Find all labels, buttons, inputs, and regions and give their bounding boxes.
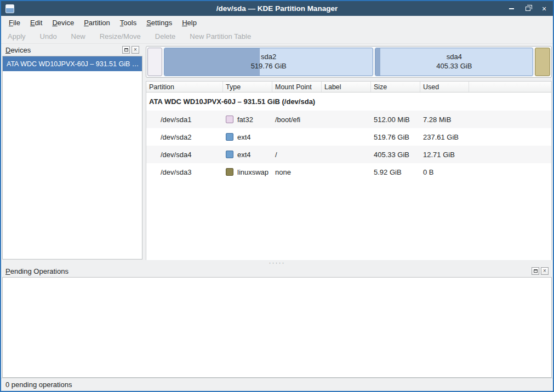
size-cell: 405.33 GiB — [371, 151, 420, 159]
statusbar: 0 pending operations — [1, 378, 553, 391]
apply-button[interactable]: Apply — [8, 32, 26, 41]
menu-device[interactable]: Device — [48, 17, 78, 28]
partition-segment-sda1[interactable] — [147, 48, 162, 76]
pending-operations-header: Pending Operations × — [1, 265, 553, 277]
partition-cell: /dev/sda4 — [146, 151, 223, 159]
table-row-sda4[interactable]: /dev/sda4 ext4 / 405.33 GiB 12.71 GiB — [146, 146, 551, 163]
new-button[interactable]: New — [71, 32, 85, 41]
used-space-fill — [375, 48, 380, 76]
column-header-label[interactable]: Label — [322, 82, 371, 92]
partition-segment-sda4[interactable]: sda4 405.33 GiB — [375, 48, 533, 76]
column-header-used[interactable]: Used — [420, 82, 469, 92]
used-cell: 12.71 GiB — [420, 151, 469, 159]
size-cell: 512.00 MiB — [371, 116, 420, 124]
toolbar: Apply Undo New Resize/Move Delete New Pa… — [1, 30, 553, 44]
close-button[interactable]: × — [540, 4, 549, 13]
column-header-size[interactable]: Size — [371, 82, 420, 92]
menu-partition[interactable]: Partition — [79, 17, 115, 28]
partition-segment-sda3[interactable] — [535, 48, 550, 76]
partition-segment-label: sda4 405.33 GiB — [436, 53, 472, 71]
menubar: File Edit Device Partition Tools Setting… — [1, 16, 553, 30]
fstype-color-swatch — [226, 116, 233, 123]
used-cell: 0 B — [420, 168, 469, 176]
type-cell: ext4 — [223, 133, 272, 141]
devices-close-button[interactable]: × — [132, 46, 139, 54]
splitter-handle-icon: ····· — [269, 262, 285, 264]
column-header-partition[interactable]: Partition — [146, 82, 223, 92]
fstype-color-swatch — [226, 133, 233, 141]
fstype-color-swatch — [226, 168, 233, 176]
partition-cell: /dev/sda1 — [146, 116, 223, 124]
menu-file[interactable]: File — [4, 17, 25, 28]
device-list-item[interactable]: ATA WDC WD10JPVX-60J – 931.51 GiB … — [3, 56, 142, 71]
menu-edit[interactable]: Edit — [26, 17, 47, 28]
size-cell: 519.76 GiB — [371, 133, 420, 141]
fstype-color-swatch — [226, 151, 233, 158]
table-row-sda1[interactable]: /dev/sda1 fat32 /boot/efi 512.00 MiB 7.2… — [146, 111, 551, 128]
column-header-filler — [469, 82, 551, 92]
close-icon: × — [134, 47, 137, 53]
type-cell: ext4 — [223, 151, 272, 159]
devices-panel: Devices × ATA WDC WD10JPVX-60J – 931.51 … — [1, 44, 144, 260]
partition-table-header: Partition Type Mount Point Label Size Us… — [146, 82, 551, 93]
used-cell: 7.28 MiB — [420, 116, 469, 124]
mount-point-cell: /boot/efi — [272, 116, 322, 124]
device-list: ATA WDC WD10JPVX-60J – 931.51 GiB … — [2, 56, 142, 260]
devices-panel-title: Devices — [5, 46, 31, 54]
new-partition-table-button[interactable]: New Partition Table — [190, 32, 251, 41]
menu-help[interactable]: Help — [178, 17, 201, 28]
pending-close-button[interactable]: × — [541, 267, 549, 275]
mount-point-cell: / — [272, 151, 322, 159]
partition-cell: /dev/sda3 — [146, 168, 223, 176]
close-icon: × — [542, 5, 546, 13]
type-cell: fat32 — [223, 116, 272, 124]
column-header-mount-point[interactable]: Mount Point — [272, 82, 322, 92]
devices-float-button[interactable] — [122, 46, 130, 54]
undo-button[interactable]: Undo — [40, 32, 57, 41]
close-icon: × — [543, 268, 546, 274]
titlebar: /dev/sda — KDE Partition Manager × — [1, 1, 553, 16]
table-row-sda2[interactable]: /dev/sda2 ext4 519.76 GiB 237.61 GiB — [146, 128, 551, 146]
fstype-label: ext4 — [237, 151, 251, 159]
pending-operations-list — [2, 277, 552, 378]
partition-segment-label: sda2 519.76 GiB — [251, 53, 287, 71]
minimize-icon — [509, 8, 514, 9]
menu-settings[interactable]: Settings — [142, 17, 176, 28]
float-icon — [534, 269, 538, 273]
app-window: /dev/sda — KDE Partition Manager × File … — [0, 0, 554, 392]
mount-point-cell: none — [272, 168, 322, 176]
pending-float-button[interactable] — [532, 267, 539, 275]
devices-panel-header: Devices × — [1, 44, 144, 56]
content-area: sda2 519.76 GiB sda4 405.33 GiB — [144, 44, 553, 260]
partition-cell: /dev/sda2 — [146, 133, 223, 141]
used-cell: 237.61 GiB — [420, 133, 469, 141]
maximize-button[interactable] — [523, 4, 532, 13]
restore-icon — [526, 7, 530, 11]
size-cell: 5.92 GiB — [371, 168, 420, 176]
column-header-type[interactable]: Type — [223, 82, 272, 92]
fstype-label: linuxswap — [237, 168, 269, 176]
type-cell: linuxswap — [223, 168, 272, 176]
pending-operations-title: Pending Operations — [5, 267, 68, 275]
fstype-label: fat32 — [237, 116, 253, 124]
horizontal-splitter[interactable]: ····· — [1, 260, 553, 265]
table-row-sda3[interactable]: /dev/sda3 linuxswap none 5.92 GiB 0 B — [146, 163, 551, 181]
partition-bar: sda2 519.76 GiB sda4 405.33 GiB — [146, 46, 552, 78]
partition-segment-sda2[interactable]: sda2 519.76 GiB — [164, 48, 373, 76]
pending-operations-count: 0 pending operations — [5, 381, 72, 389]
resize-move-button[interactable]: Resize/Move — [100, 32, 141, 41]
used-space-fill — [164, 48, 260, 76]
device-group-row[interactable]: ATA WDC WD10JPVX-60J – 931.51 GiB (/dev/… — [146, 93, 551, 111]
window-title: /dev/sda — KDE Partition Manager — [1, 4, 553, 13]
partition-table: Partition Type Mount Point Label Size Us… — [146, 81, 552, 260]
minimize-button[interactable] — [507, 4, 516, 13]
fstype-label: ext4 — [237, 133, 251, 141]
window-controls: × — [507, 4, 549, 13]
main-area: Devices × ATA WDC WD10JPVX-60J – 931.51 … — [1, 44, 553, 260]
delete-button[interactable]: Delete — [155, 32, 176, 41]
menu-tools[interactable]: Tools — [116, 17, 141, 28]
float-icon — [124, 48, 128, 51]
